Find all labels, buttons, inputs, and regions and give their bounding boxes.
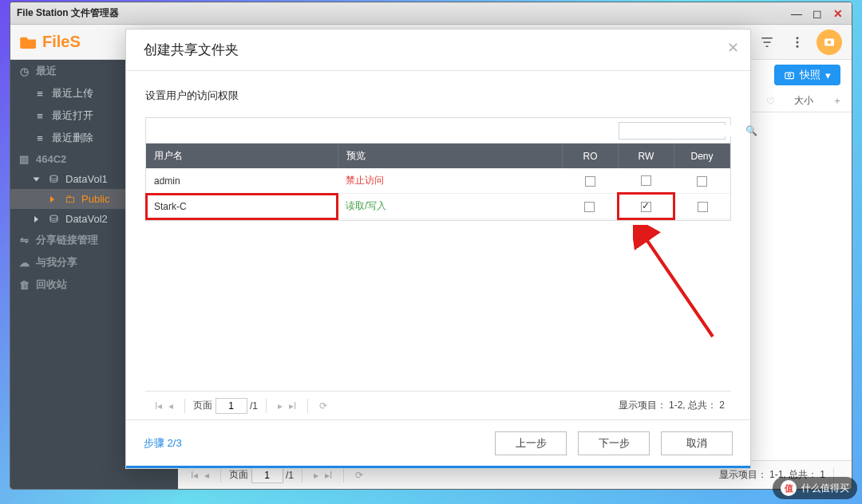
- folder-icon: 🗀: [64, 194, 75, 205]
- svg-point-2: [797, 45, 799, 47]
- list-icon: ≡: [34, 88, 45, 99]
- checkbox[interactable]: [641, 202, 651, 212]
- chevron-down-icon: ▾: [825, 69, 831, 81]
- chevron-right-icon: [34, 216, 38, 222]
- trash-icon: 🗑: [18, 279, 30, 290]
- pager-prev-icon[interactable]: ◂: [201, 470, 212, 481]
- nas-icon: ▥: [18, 154, 30, 165]
- dialog-title: 创建共享文件夹 ✕: [126, 30, 750, 71]
- svg-point-4: [828, 40, 832, 44]
- checkbox[interactable]: [585, 176, 595, 187]
- window-title: File Station 文件管理器: [17, 6, 789, 20]
- add-icon[interactable]: ＋: [832, 94, 842, 108]
- step-label: 步骤 2/3: [144, 436, 182, 451]
- watermark-text: 什么值得买: [801, 482, 849, 495]
- pager-prev-icon[interactable]: ◂: [165, 400, 176, 411]
- close-icon[interactable]: ✕: [831, 6, 845, 21]
- watermark-icon: 值: [781, 480, 797, 496]
- col-user[interactable]: 用户名: [146, 144, 338, 168]
- pager-first-icon[interactable]: I◂: [152, 400, 165, 411]
- pager-page-label: 页面: [229, 468, 248, 482]
- refresh-icon[interactable]: ⟳: [352, 470, 366, 481]
- col-deny[interactable]: Deny: [674, 144, 730, 168]
- col-ro[interactable]: RO: [563, 144, 619, 168]
- pager-page-input[interactable]: [251, 467, 283, 483]
- share-icon: ⇋: [18, 234, 30, 246]
- cell-ro: [563, 194, 619, 219]
- pager-page-label: 页面: [193, 399, 212, 412]
- pager-last-icon[interactable]: ▸I: [286, 400, 299, 411]
- next-button[interactable]: 下一步: [578, 431, 650, 455]
- col-preview[interactable]: 预览: [338, 144, 563, 168]
- pager-total: /1: [250, 400, 258, 411]
- logo-text: FileS: [42, 33, 81, 51]
- list-icon: ≡: [34, 132, 45, 144]
- pager-page-input[interactable]: [216, 398, 247, 414]
- drive-icon: ⛁: [48, 214, 59, 225]
- cell-user: admin: [146, 168, 338, 194]
- folder-icon: [20, 35, 38, 49]
- refresh-icon[interactable]: ⟳: [316, 400, 330, 411]
- pager-next-icon[interactable]: ▸: [275, 400, 286, 411]
- filter-icon[interactable]: [756, 31, 778, 53]
- cloud-icon: ☁: [18, 257, 30, 268]
- cell-rw: [619, 168, 674, 194]
- dialog-pager: I◂ ◂ 页面 /1 ▸ ▸I ⟳ 显示项目： 1-2, 总共： 2: [145, 391, 731, 419]
- pager-first-icon[interactable]: I◂: [188, 470, 201, 481]
- create-share-dialog: 创建共享文件夹 ✕ 设置用户的访问权限 🔍 用户名 预览 RO RW Deny: [125, 29, 751, 469]
- pager-last-icon[interactable]: ▸I: [322, 470, 335, 481]
- checkbox[interactable]: [641, 175, 651, 186]
- maximize-icon[interactable]: ◻: [810, 6, 824, 21]
- svg-point-1: [797, 41, 799, 43]
- search-icon[interactable]: 🔍: [745, 125, 757, 136]
- minimize-icon[interactable]: —: [789, 6, 804, 21]
- dialog-footer: 步骤 2/3 上一步 下一步 取消: [126, 419, 750, 466]
- chevron-right-icon: [50, 196, 54, 203]
- pager-next-icon[interactable]: ▸: [310, 470, 322, 481]
- titlebar: File Station 文件管理器 — ◻ ✕: [10, 2, 852, 25]
- chevron-down-icon: [34, 177, 40, 181]
- table-row[interactable]: Stark-C读取/写入: [146, 194, 730, 219]
- camera-icon: [784, 69, 795, 81]
- col-rw[interactable]: RW: [619, 144, 674, 168]
- more-icon[interactable]: [786, 31, 809, 53]
- accent-bar: [126, 466, 750, 468]
- dialog-close-icon[interactable]: ✕: [727, 39, 739, 57]
- checkbox[interactable]: [584, 202, 595, 212]
- permission-grid: 🔍 用户名 预览 RO RW Deny admin禁止访问Stark-C读取/写…: [145, 117, 731, 221]
- permission-label: 设置用户的访问权限: [145, 89, 731, 103]
- clock-icon: ◷: [18, 65, 30, 77]
- cancel-button[interactable]: 取消: [661, 431, 733, 455]
- prev-button[interactable]: 上一步: [495, 431, 567, 455]
- drive-icon: ⛁: [48, 174, 59, 185]
- svg-point-6: [788, 74, 791, 77]
- watermark: 值 什么值得买: [773, 477, 857, 499]
- snapshot-button[interactable]: 快照 ▾: [774, 65, 840, 85]
- checkbox[interactable]: [698, 202, 708, 212]
- table-row[interactable]: admin禁止访问: [146, 168, 730, 194]
- search-input[interactable]: [619, 125, 745, 136]
- cell-deny: [674, 168, 730, 194]
- column-size[interactable]: 大小: [794, 94, 813, 108]
- grid-search[interactable]: 🔍: [619, 122, 726, 140]
- svg-rect-5: [785, 73, 794, 79]
- cell-user: Stark-C: [146, 194, 338, 219]
- cell-rw: [619, 194, 674, 219]
- app-logo: FileS: [20, 33, 81, 51]
- avatar[interactable]: [817, 30, 842, 55]
- checkbox[interactable]: [697, 176, 707, 187]
- svg-point-0: [797, 37, 799, 39]
- heart-icon[interactable]: ♡: [766, 96, 775, 107]
- pager-total: /1: [286, 470, 294, 481]
- cell-deny: [674, 194, 730, 219]
- cell-preview: 读取/写入: [338, 194, 563, 219]
- cell-preview: 禁止访问: [338, 168, 563, 194]
- pager-display: 显示项目： 1-2, 总共： 2: [619, 399, 725, 412]
- cell-ro: [563, 168, 619, 194]
- list-icon: ≡: [34, 110, 45, 121]
